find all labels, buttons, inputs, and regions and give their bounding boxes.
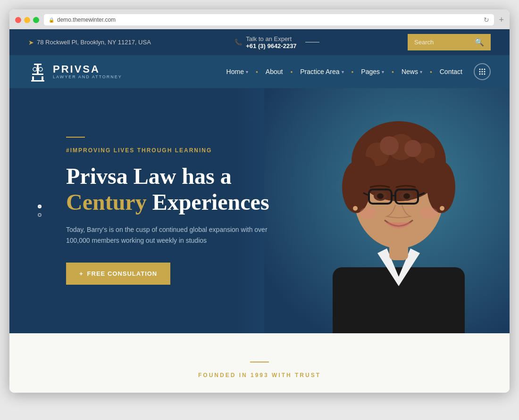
logo-icon <box>28 61 47 82</box>
phone-number: +61 (3) 9642-2237 <box>246 42 296 49</box>
hero-person-image <box>264 88 510 333</box>
nav-menu: Home ▾ ● About ● Practice Area ▾ ● Pages… <box>221 63 491 80</box>
hero-content: #IMPROVING LIVES THROUGH LEARNING Privsa… <box>9 108 293 313</box>
cta-plus-icon: + <box>79 270 84 277</box>
svg-point-10 <box>484 69 486 70</box>
nav-item-practice[interactable]: Practice Area ▾ <box>294 64 349 79</box>
svg-point-30 <box>356 156 375 175</box>
pages-caret-icon: ▾ <box>382 69 384 74</box>
cta-button[interactable]: + FREE CONSULATION <box>66 263 170 285</box>
nav-item-pages[interactable]: Pages ▾ <box>355 64 390 79</box>
browser-chrome: 🔒 demo.themewinter.com ↻ + <box>9 9 510 29</box>
phone-icon: 📞 <box>234 39 242 46</box>
nav-separator-1: ● <box>256 70 258 74</box>
hero-title-gold: Century <box>66 189 147 214</box>
svg-rect-3 <box>32 76 34 80</box>
talk-label: Talk to an Expert <box>246 35 296 42</box>
location-icon: ➤ <box>28 39 34 46</box>
nav-item-contact[interactable]: Contact <box>434 64 468 79</box>
new-tab-button[interactable]: + <box>499 16 504 24</box>
nav-separator-5: ● <box>430 70 432 74</box>
top-bar: ➤ 78 Rockwell Pl, Brooklyn, NY 11217, US… <box>9 29 510 55</box>
address-text: 78 Rockwell Pl, Brooklyn, NY 11217, USA <box>37 39 151 46</box>
minimize-dot[interactable] <box>24 17 30 23</box>
bottom-section: FOUNDED IN 1993 WITH TRUST <box>9 333 510 393</box>
logo-name: PRIVSA <box>53 64 122 74</box>
slide-indicators <box>38 205 42 217</box>
svg-rect-4 <box>42 76 43 80</box>
navbar: PRIVSA LAWYER AND ATTORNEY Home ▾ ● Abou… <box>9 55 510 88</box>
slide-dot-1[interactable] <box>38 205 42 208</box>
svg-point-41 <box>377 193 384 199</box>
bottom-line <box>250 362 269 362</box>
nav-separator-3: ● <box>352 70 354 74</box>
hero-tagline: #IMPROVING LIVES THROUGH LEARNING <box>66 147 274 154</box>
news-caret-icon: ▾ <box>420 69 422 74</box>
nav-item-news[interactable]: News ▾ <box>396 64 428 79</box>
svg-point-15 <box>482 74 483 75</box>
browser-window: 🔒 demo.themewinter.com ↻ + ➤ 78 Rockwell… <box>9 9 510 393</box>
slide-dot-2[interactable] <box>38 213 42 217</box>
svg-point-6 <box>33 67 37 71</box>
browser-dots <box>15 17 39 23</box>
svg-point-42 <box>403 193 410 199</box>
svg-point-7 <box>39 67 42 71</box>
search-input[interactable] <box>414 39 471 46</box>
svg-point-9 <box>482 69 483 70</box>
hero-title-line2: Experiences <box>152 189 269 214</box>
svg-point-44 <box>421 207 438 219</box>
svg-point-31 <box>422 158 441 177</box>
svg-point-46 <box>440 206 444 211</box>
url-text: demo.themewinter.com <box>57 16 116 23</box>
svg-point-13 <box>484 71 486 73</box>
hero-line <box>66 137 85 138</box>
logo-tagline: LAWYER AND ATTORNEY <box>53 74 122 79</box>
search-area: 🔍 <box>408 34 491 50</box>
cta-label: FREE CONSULATION <box>87 270 158 277</box>
svg-point-12 <box>482 71 483 73</box>
svg-point-45 <box>353 206 358 211</box>
address-bar[interactable]: 🔒 demo.themewinter.com ↻ <box>44 14 494 25</box>
svg-point-32 <box>380 136 399 155</box>
grid-menu-button[interactable] <box>474 63 491 80</box>
hero-title-line1: Privsa Law has a <box>66 164 232 189</box>
nav-item-about[interactable]: About <box>260 64 289 79</box>
refresh-button[interactable]: ↻ <box>484 16 489 24</box>
hero-section: #IMPROVING LIVES THROUGH LEARNING Privsa… <box>9 88 510 333</box>
phone-area: 📞 Talk to an Expert +61 (3) 9642-2237 <box>234 35 324 49</box>
svg-point-43 <box>360 207 377 219</box>
search-box: 🔍 <box>408 34 491 50</box>
hero-title: Privsa Law has a Century Experiences <box>66 163 274 215</box>
svg-point-16 <box>484 74 486 75</box>
svg-point-33 <box>404 140 421 157</box>
phone-details: Talk to an Expert +61 (3) 9642-2237 <box>246 35 296 49</box>
lock-icon: 🔒 <box>49 17 54 23</box>
svg-rect-2 <box>32 74 43 75</box>
logo-text: PRIVSA LAWYER AND ATTORNEY <box>53 64 122 79</box>
hero-description: Today, Barry's is on the cusp of continu… <box>66 224 274 246</box>
nav-item-home[interactable]: Home ▾ <box>221 64 254 79</box>
home-caret-icon: ▾ <box>246 69 248 74</box>
svg-point-11 <box>479 71 481 73</box>
address-area: ➤ 78 Rockwell Pl, Brooklyn, NY 11217, US… <box>28 39 151 46</box>
nav-separator-2: ● <box>290 70 293 74</box>
divider <box>305 42 319 42</box>
svg-point-14 <box>479 74 481 75</box>
search-button[interactable]: 🔍 <box>475 38 484 47</box>
svg-rect-5 <box>31 80 44 82</box>
svg-point-8 <box>479 69 481 70</box>
close-dot[interactable] <box>15 17 21 23</box>
bottom-tagline: FOUNDED IN 1993 WITH TRUST <box>28 372 491 379</box>
practice-caret-icon: ▾ <box>342 69 344 74</box>
logo-area[interactable]: PRIVSA LAWYER AND ATTORNEY <box>28 61 122 82</box>
svg-rect-0 <box>34 64 42 65</box>
maximize-dot[interactable] <box>33 17 39 23</box>
nav-separator-4: ● <box>392 70 394 74</box>
